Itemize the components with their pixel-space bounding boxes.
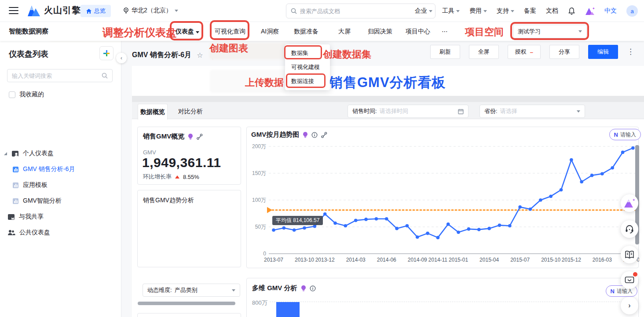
notification-bell-icon[interactable] bbox=[568, 7, 575, 15]
more-actions-icon[interactable]: ⋮ bbox=[627, 50, 634, 54]
menu-item-dataset[interactable]: 数据集 bbox=[285, 46, 330, 60]
card-title: 销售GMV趋势分析 bbox=[143, 197, 194, 204]
workspace-value: 测试学习 bbox=[518, 28, 541, 36]
edit-button[interactable]: 编辑 bbox=[588, 45, 618, 59]
feedback-chat-float-button[interactable] bbox=[621, 271, 638, 289]
docs-book-float-button[interactable] bbox=[621, 246, 638, 263]
card-title: GMV按月趋势图 bbox=[251, 131, 299, 139]
sidebar-collapse-button[interactable]: ‹ bbox=[116, 53, 127, 63]
search-input[interactable] bbox=[300, 8, 414, 15]
menu-item-visual-modeling[interactable]: 可视化建模 bbox=[285, 60, 330, 74]
support-headset-float-button[interactable] bbox=[621, 220, 638, 238]
brand-logo[interactable]: 火山引擎 bbox=[27, 4, 81, 16]
menu-item-data-connection[interactable]: 数据连接 bbox=[285, 74, 330, 88]
ai-assistant-icon[interactable]: ✦ bbox=[585, 7, 595, 15]
star-favorite-icon[interactable]: ☆ bbox=[197, 51, 203, 59]
authorize-button[interactable]: 授权– bbox=[508, 45, 541, 59]
dashboard-list-sidebar: 仪表盘列表 我收藏的 个人仪表盘 GMV 销售分析-6月 应用模板 GMV智能分… bbox=[0, 41, 121, 317]
bar-y-tick: 800万 bbox=[252, 299, 267, 307]
insight-bulb-icon[interactable] bbox=[301, 285, 306, 291]
home-icon bbox=[86, 8, 92, 14]
nav-more[interactable]: ⋯ bbox=[442, 28, 449, 35]
menu-billing[interactable]: 费用 bbox=[469, 7, 487, 15]
chevron-down-icon bbox=[232, 289, 235, 291]
svg-text:2013-07: 2013-07 bbox=[264, 257, 283, 263]
tree-expand-icon[interactable] bbox=[4, 152, 7, 156]
info-icon[interactable] bbox=[310, 285, 316, 291]
sidebar-search-input[interactable] bbox=[12, 73, 91, 79]
svg-text:2014-06: 2014-06 bbox=[377, 257, 396, 263]
chevron-down-icon bbox=[577, 110, 580, 113]
nav-ai-insight[interactable]: AI洞察 bbox=[261, 28, 279, 36]
insight-bulb-icon[interactable] bbox=[303, 131, 308, 138]
search-icon bbox=[102, 73, 108, 79]
refresh-button[interactable]: 刷新 bbox=[430, 45, 460, 59]
menu-docs[interactable]: 文档 bbox=[546, 7, 558, 15]
sidebar-item-app-template[interactable]: 应用模板 bbox=[12, 181, 48, 189]
location-pin-icon bbox=[123, 7, 129, 14]
workspace-select[interactable]: 测试学习 bbox=[513, 25, 587, 38]
nav-bigscreen[interactable]: 大屏 bbox=[338, 28, 351, 36]
favorites-checkbox[interactable] bbox=[9, 91, 15, 98]
sidebar-item-gmv-smart-analysis[interactable]: GMV智能分析 bbox=[12, 197, 62, 205]
sidebar-item-shared-with-me[interactable]: 与我共享 bbox=[7, 213, 44, 221]
province-filter[interactable]: 省份:请选择 bbox=[479, 105, 585, 118]
language-switch[interactable]: 中文 bbox=[604, 7, 617, 15]
svg-text:100万: 100万 bbox=[252, 197, 266, 203]
sidebar-item-personal-dashboards[interactable]: 个人仪表盘 bbox=[4, 149, 54, 157]
metric-label: GMV bbox=[143, 149, 156, 156]
menu-enterprise[interactable]: 企业 bbox=[415, 7, 432, 15]
sidebar-item-public-dashboards[interactable]: 公共仪表盘 bbox=[7, 229, 50, 237]
svg-text:✦: ✦ bbox=[592, 7, 595, 11]
sidebar-search[interactable] bbox=[7, 69, 113, 82]
nav-attribution[interactable]: 归因决策 bbox=[368, 28, 392, 36]
nav-dashboard[interactable]: 仪表盘 bbox=[176, 28, 199, 36]
info-icon[interactable] bbox=[311, 132, 318, 138]
overview-label: 总览 bbox=[94, 7, 106, 15]
avatar[interactable]: a bbox=[626, 5, 638, 17]
menu-tools[interactable]: 工具 bbox=[442, 7, 460, 15]
personal-dashboard-icon bbox=[11, 150, 19, 157]
relation-icon[interactable] bbox=[197, 134, 203, 140]
people-icon bbox=[7, 230, 15, 236]
fullscreen-button[interactable]: 全屏 bbox=[469, 45, 499, 59]
insight-bulb-icon[interactable] bbox=[188, 133, 193, 140]
card-title: 多维 GMV 分析 bbox=[252, 284, 297, 292]
share-button[interactable]: 分享 bbox=[549, 45, 579, 59]
favorites-filter[interactable]: 我收藏的 bbox=[9, 91, 44, 98]
nav-visual-query[interactable]: 可视化查询 bbox=[215, 28, 245, 36]
tab-data-overview[interactable]: 数据概览 bbox=[138, 104, 168, 120]
redacted-blur bbox=[210, 44, 285, 58]
ai-assistant-float-button[interactable]: ✦ bbox=[621, 194, 638, 212]
region-selector[interactable]: 华北2（北京） bbox=[123, 7, 178, 15]
sidebar-item-gmv-sales-june[interactable]: GMV 销售分析-6月 bbox=[12, 165, 75, 173]
menu-support[interactable]: 支持 bbox=[497, 7, 514, 15]
menu-icp[interactable]: 备案 bbox=[524, 7, 536, 15]
brand-name: 火山引擎 bbox=[44, 4, 81, 16]
add-dashboard-button[interactable] bbox=[99, 46, 113, 60]
line-chart[interactable]: 050万100万150万200万2013-072013-102013-12201… bbox=[247, 142, 639, 268]
bar[interactable] bbox=[276, 302, 300, 317]
svg-text:✦: ✦ bbox=[632, 198, 635, 202]
time-filter[interactable]: 销售时间:请选择时间 bbox=[348, 105, 468, 118]
horizontal-scrollbar[interactable] bbox=[138, 302, 235, 305]
global-search[interactable] bbox=[286, 4, 435, 18]
banner-title: 销售GMV分析看板 bbox=[329, 73, 446, 92]
ai-logo-icon: N bbox=[614, 131, 618, 138]
dashboard-doc-icon bbox=[12, 166, 19, 173]
tab-comparison[interactable]: 对比分析 bbox=[178, 104, 203, 119]
card-gmv-monthly-trend: GMV按月趋势图 N 请输入 050万100万150万200万2013-0720… bbox=[246, 127, 639, 268]
ai-query-input[interactable]: N 请输入 bbox=[609, 129, 641, 140]
top-navbar: 火山引擎 总览 华北2（北京） 企业 工具 费用 支持 备案 文档 ✦ 中文 a bbox=[0, 0, 644, 22]
nav-data-prep[interactable]: 数据准备 bbox=[294, 28, 318, 36]
hamburger-menu-icon[interactable] bbox=[9, 7, 18, 14]
calendar-icon bbox=[458, 109, 464, 114]
nav-project-center[interactable]: 项目中心 bbox=[406, 28, 430, 36]
card-multi-gmv: 多维 GMV 分析 N 请输入 800万 bbox=[246, 278, 639, 317]
svg-text:2015-04: 2015-04 bbox=[479, 257, 499, 263]
overview-button[interactable]: 总览 bbox=[80, 5, 111, 17]
dynamic-dimension-select[interactable]: 动态维度:产品类别 bbox=[143, 284, 240, 297]
collapse-float-button[interactable]: › bbox=[621, 297, 638, 314]
svg-text:50万: 50万 bbox=[255, 224, 266, 230]
relation-icon[interactable] bbox=[321, 132, 327, 138]
